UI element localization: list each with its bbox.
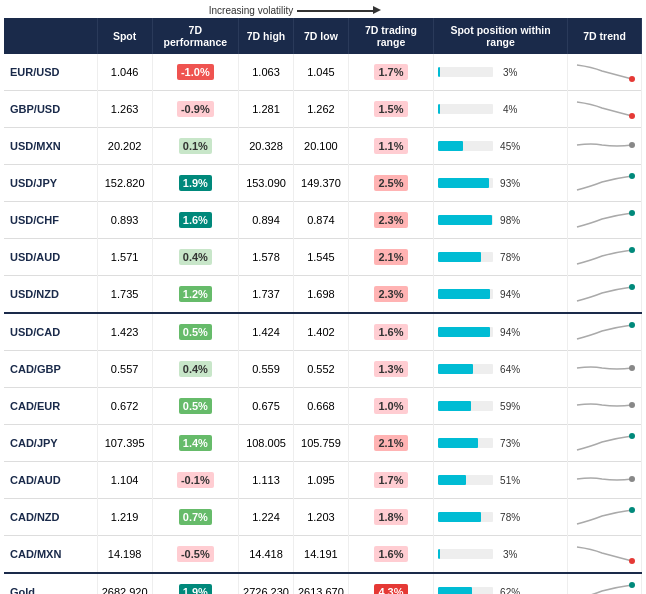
spot-pct-label: 4% (497, 104, 523, 115)
spot-pct-label: 64% (497, 364, 523, 375)
svg-point-0 (629, 76, 635, 82)
spot-bar-container: 62% (438, 587, 563, 595)
trend-cell (568, 313, 642, 351)
spot-bar-fill (438, 289, 490, 299)
perf-value: 0.1% (152, 128, 239, 165)
col-high: 7D high (239, 18, 294, 54)
svg-point-11 (629, 476, 635, 482)
table-row: USD/AUD 1.571 0.4% 1.578 1.545 2.1% 78% (4, 239, 642, 276)
high-value: 0.675 (239, 388, 294, 425)
low-value: 2613.670 (293, 573, 348, 594)
spot-bar-fill (438, 587, 472, 594)
table-row: EUR/USD 1.046 -1.0% 1.063 1.045 1.7% 3% (4, 54, 642, 91)
range-badge: 2.1% (374, 435, 407, 451)
spot-bar-fill (438, 364, 473, 374)
spot-bar-fill (438, 104, 440, 114)
main-container: Increasing volatility Spot 7D performanc… (0, 0, 646, 594)
perf-value: 0.5% (152, 313, 239, 351)
high-value: 0.894 (239, 202, 294, 239)
pair-name: CAD/NZD (4, 499, 97, 536)
spot-bar-container: 73% (438, 438, 563, 449)
volatility-arrow: Increasing volatility (209, 5, 377, 16)
low-value: 1.545 (293, 239, 348, 276)
spot-bar-fill (438, 67, 440, 77)
spot-bar-container: 78% (438, 512, 563, 523)
svg-point-10 (629, 433, 635, 439)
spot-value: 1.104 (97, 462, 152, 499)
spot-value: 0.557 (97, 351, 152, 388)
spot-position-cell: 62% (434, 573, 568, 594)
perf-value: -0.1% (152, 462, 239, 499)
pair-name: CAD/AUD (4, 462, 97, 499)
spot-position-cell: 59% (434, 388, 568, 425)
svg-point-4 (629, 210, 635, 216)
low-value: 1.095 (293, 462, 348, 499)
trend-cell (568, 239, 642, 276)
pair-name: CAD/JPY (4, 425, 97, 462)
range-badge: 2.3% (374, 286, 407, 302)
spot-bar-fill (438, 549, 440, 559)
svg-point-8 (629, 365, 635, 371)
spot-pct-label: 94% (497, 327, 523, 338)
range-badge: 4.3% (374, 584, 407, 594)
volatility-label: Increasing volatility (209, 5, 293, 16)
spot-pct-label: 3% (497, 67, 523, 78)
spot-pct-label: 93% (497, 178, 523, 189)
high-value: 1.281 (239, 91, 294, 128)
col-range: 7D trading range (348, 18, 433, 54)
header-row: Spot 7D performance 7D high 7D low 7D tr… (4, 18, 642, 54)
perf-value: 0.5% (152, 388, 239, 425)
perf-value: 1.2% (152, 276, 239, 314)
spot-bar-container: 4% (438, 104, 563, 115)
spot-bar-container: 3% (438, 549, 563, 560)
spot-bar-container: 94% (438, 289, 563, 300)
pair-name: Gold (4, 573, 97, 594)
trend-cell (568, 91, 642, 128)
trend-cell (568, 54, 642, 91)
low-value: 0.552 (293, 351, 348, 388)
table-row: CAD/EUR 0.672 0.5% 0.675 0.668 1.0% 59% (4, 388, 642, 425)
spot-bar-fill (438, 141, 463, 151)
perf-value: 0.4% (152, 239, 239, 276)
pair-name: EUR/USD (4, 54, 97, 91)
spot-value: 1.263 (97, 91, 152, 128)
spot-bar-container: 3% (438, 67, 563, 78)
spot-bar-container: 94% (438, 327, 563, 338)
perf-badge: 1.9% (179, 175, 212, 191)
spot-value: 152.820 (97, 165, 152, 202)
spot-bar-bg (438, 438, 493, 448)
spot-position-cell: 45% (434, 128, 568, 165)
low-value: 20.100 (293, 128, 348, 165)
svg-point-9 (629, 402, 635, 408)
spot-bar-fill (438, 438, 478, 448)
spot-bar-fill (438, 252, 481, 262)
trend-cell (568, 425, 642, 462)
perf-badge: -1.0% (177, 64, 214, 80)
pair-name: CAD/MXN (4, 536, 97, 574)
perf-badge: 0.4% (179, 361, 212, 377)
high-value: 108.005 (239, 425, 294, 462)
spot-bar-bg (438, 512, 493, 522)
table-row: USD/MXN 20.202 0.1% 20.328 20.100 1.1% 4… (4, 128, 642, 165)
range-badge: 1.5% (374, 101, 407, 117)
range-badge: 1.8% (374, 509, 407, 525)
high-value: 153.090 (239, 165, 294, 202)
pair-name: USD/AUD (4, 239, 97, 276)
col-spot: Spot (97, 18, 152, 54)
perf-badge: 1.9% (179, 584, 212, 594)
pair-name: CAD/EUR (4, 388, 97, 425)
table-row: GBP/USD 1.263 -0.9% 1.281 1.262 1.5% 4% (4, 91, 642, 128)
spot-position-cell: 78% (434, 499, 568, 536)
svg-point-13 (629, 558, 635, 564)
trend-cell (568, 128, 642, 165)
spot-bar-fill (438, 512, 481, 522)
table-row: CAD/NZD 1.219 0.7% 1.224 1.203 1.8% 78% (4, 499, 642, 536)
spot-position-cell: 4% (434, 91, 568, 128)
range-badge: 1.6% (374, 324, 407, 340)
trend-cell (568, 351, 642, 388)
high-value: 1.224 (239, 499, 294, 536)
perf-badge: 1.4% (179, 435, 212, 451)
low-value: 1.045 (293, 54, 348, 91)
spot-pct-label: 78% (497, 252, 523, 263)
range-value: 2.1% (348, 425, 433, 462)
